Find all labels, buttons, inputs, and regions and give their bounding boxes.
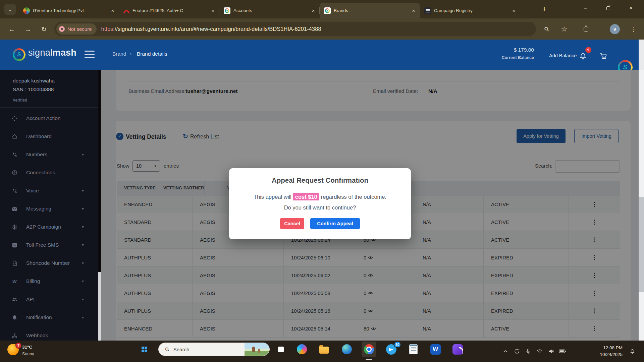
notification-count-badge: 9 <box>585 47 591 53</box>
notifications-bell-icon[interactable] <box>579 52 587 62</box>
chrome-button[interactable] <box>362 342 376 357</box>
sidebar-item-label: Webhook <box>26 333 48 339</box>
tab-favicon-icon <box>23 7 30 14</box>
window-restore-button[interactable] <box>597 0 619 16</box>
sidebar-item[interactable]: Shortcode Number ▾ <box>0 254 99 272</box>
browser-tab-bar: ⌄ GVenture Technology Pvt × Feature #146… <box>0 0 644 18</box>
hamburger-menu-icon[interactable] <box>85 50 95 59</box>
signalmash-logo[interactable] <box>13 48 25 61</box>
sidebar-item-label: Billing <box>26 278 40 284</box>
sidebar-item[interactable]: Connections ▾ <box>0 164 99 182</box>
user-san: SAN : 100004388 <box>13 86 54 93</box>
task-view-button[interactable] <box>273 342 288 357</box>
security-chip[interactable]: ✕ Not secure <box>56 23 97 35</box>
confirm-appeal-button[interactable]: Confirm Appeal <box>310 218 360 229</box>
speaker-icon[interactable] <box>545 346 557 357</box>
window-minimize-button[interactable]: – <box>574 0 596 16</box>
tab-close-icon[interactable]: × <box>411 8 417 13</box>
cart-icon[interactable] <box>599 52 608 62</box>
folder-icon <box>319 347 329 354</box>
battery-icon[interactable] <box>557 346 568 357</box>
browser-tab[interactable]: Accounts × <box>219 3 320 18</box>
tab-title: GVenture Technology Pvt <box>33 8 107 13</box>
url-rest: ://signalmash.gventure.info/arun/#/new-c… <box>113 26 321 32</box>
browser-tab[interactable]: Brands × <box>320 3 420 18</box>
clock-time: 12:08 PM <box>589 345 623 351</box>
sidebar-item-label: Account Action <box>26 115 61 121</box>
chevron-down-icon: ▾ <box>82 297 84 302</box>
tab-close-icon[interactable]: × <box>511 8 517 13</box>
search-highlight-image[interactable] <box>245 343 269 356</box>
microphone-icon[interactable] <box>523 346 534 357</box>
edge-button[interactable] <box>339 342 354 357</box>
tab-title: Accounts <box>233 8 307 13</box>
weather-temp[interactable]: 31°C <box>22 345 32 350</box>
reload-button[interactable]: ↻ <box>38 23 50 35</box>
system-tray <box>500 341 568 362</box>
page-scrollbar-track[interactable] <box>639 40 644 70</box>
sidebar-item[interactable]: Numbers ▾ <box>0 145 99 164</box>
cost-highlight: cost $10 <box>293 193 319 200</box>
sidebar-item[interactable]: Dashboard ▾ <box>0 127 99 145</box>
copilot-icon <box>297 344 307 354</box>
start-button[interactable] <box>137 342 152 357</box>
sync-icon[interactable] <box>511 346 523 357</box>
tab-close-icon[interactable]: × <box>110 8 116 13</box>
search-placeholder: Search <box>173 347 245 352</box>
browser-tab[interactable]: GVenture Technology Pvt × <box>19 3 119 18</box>
restore-icon <box>606 6 610 10</box>
sidebar-scrollbar-thumb[interactable] <box>98 70 101 272</box>
sidebar-item[interactable]: Notification ▾ <box>0 308 99 326</box>
sidebar-item-icon <box>11 260 18 266</box>
tab-search-button[interactable]: ⌄ <box>4 4 16 15</box>
wifi-icon[interactable] <box>534 346 545 357</box>
modal-message-line2: Do you still want to continue? <box>229 204 411 211</box>
tab-close-icon[interactable]: × <box>310 8 316 13</box>
copilot-button[interactable] <box>294 342 309 357</box>
taskbar-clock[interactable]: 12:08 PM 10/24/2025 <box>589 345 623 358</box>
add-balance-button[interactable]: Add Balance <box>549 53 577 58</box>
sidebar-item[interactable]: Toll Free SMS ▾ <box>0 236 99 254</box>
purple-app-button[interactable] <box>450 342 465 357</box>
browser-tab[interactable]: Campaign Registry × <box>420 3 520 18</box>
sidebar-item[interactable]: A2P Campaign ▾ <box>0 218 99 236</box>
sidebar-item[interactable]: Messaging ▾ <box>0 200 99 218</box>
browser-tab[interactable]: Feature #14625: Auth+ C × <box>119 3 219 18</box>
sidebar-item-label: Numbers <box>26 152 47 158</box>
bookmark-star-icon[interactable]: ☆ <box>558 23 570 35</box>
user-status-badge: Verified <box>13 98 27 103</box>
zoom-icon[interactable]: ⚲ <box>538 21 555 38</box>
tab-favicon-icon <box>123 10 129 13</box>
sidebar-item[interactable]: API ▾ <box>0 290 99 308</box>
breadcrumb-root[interactable]: Brand <box>112 51 126 57</box>
sidebar-item-icon: W <box>11 278 18 285</box>
forward-button[interactable]: → <box>22 23 34 35</box>
address-bar[interactable]: ✕ Not secure https://signalmash.gventure… <box>54 22 536 36</box>
security-chip-label: Not secure <box>67 26 92 32</box>
tray-chevron-up-icon[interactable] <box>500 346 511 357</box>
profile-avatar[interactable]: V <box>610 24 620 34</box>
sidebar-item[interactable]: Voice ▾ <box>0 182 99 200</box>
word-button[interactable]: W <box>428 342 443 357</box>
sidebar-item-icon <box>11 333 18 339</box>
sidebar-menu: Account Action ▾ Dashboard ▾ Numbers ▾ C… <box>0 109 99 345</box>
sidebar-item[interactable]: Account Action ▾ <box>0 109 99 127</box>
cancel-button[interactable]: Cancel <box>280 218 304 229</box>
chevron-down-icon: ▾ <box>82 152 84 157</box>
toolbar-divider <box>603 26 603 33</box>
page-scrollbar-thumb[interactable] <box>639 197 644 292</box>
file-explorer-button[interactable] <box>317 342 331 357</box>
taskbar-search[interactable]: ⚲ Search <box>158 343 270 356</box>
sidebar-item[interactable]: W Billing ▾ <box>0 272 99 290</box>
browser-menu-icon[interactable]: ⋮ <box>627 23 639 35</box>
back-button[interactable]: ← <box>6 23 17 35</box>
extensions-icon[interactable] <box>580 23 592 35</box>
new-tab-button[interactable]: + <box>539 4 549 14</box>
notification-center-bell-icon[interactable] <box>627 346 638 357</box>
sidebar-item-label: A2P Campaign <box>26 224 61 230</box>
window-close-button[interactable]: × <box>620 0 642 16</box>
notepad-button[interactable] <box>406 342 421 357</box>
weather-alert-badge: 7 <box>15 343 21 349</box>
tab-close-icon[interactable]: × <box>210 8 216 13</box>
screen: ⌄ GVenture Technology Pvt × Feature #146… <box>0 0 644 362</box>
